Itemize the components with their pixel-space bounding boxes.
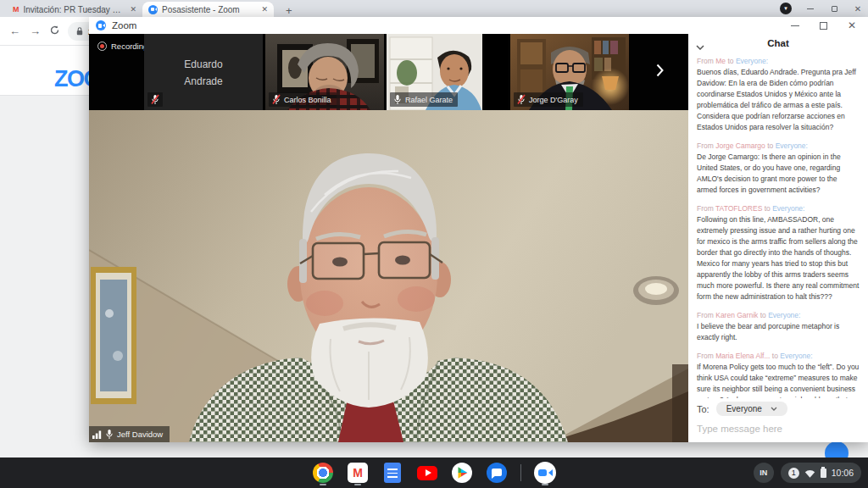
- recipient-dropdown[interactable]: Everyone: [716, 402, 787, 416]
- new-tab-button[interactable]: +: [282, 4, 296, 17]
- chat-message-text: If Morena Policy gets too much to the “l…: [697, 362, 860, 398]
- input-language-button[interactable]: IN: [754, 463, 774, 483]
- mic-muted-icon: [272, 94, 281, 105]
- zoom-window-title: Zoom: [112, 20, 791, 30]
- participant-name: Eduardo Andrade: [165, 56, 242, 90]
- tab-close-icon[interactable]: ✕: [130, 5, 136, 14]
- shelf-separator: [520, 464, 521, 481]
- profile-avatar[interactable]: ▾: [780, 3, 792, 14]
- tab-zoom-active[interactable]: Posasistente - Zoom ✕: [142, 2, 274, 17]
- zoom-app-icon: [96, 20, 106, 30]
- chat-messages: From Me to Everyone: Buenos días, Eduard…: [688, 53, 868, 398]
- tab-close-icon[interactable]: ✕: [261, 5, 268, 14]
- signal-icon: [92, 430, 102, 439]
- browser-minimize-button[interactable]: [805, 3, 815, 14]
- wifi-icon: [804, 469, 815, 478]
- to-label: To:: [697, 404, 709, 414]
- status-tray[interactable]: 1 10:06: [781, 463, 861, 483]
- participant-name: Rafael Garate: [405, 96, 453, 104]
- browser-restore-button[interactable]: [829, 3, 839, 14]
- chevron-down-icon: [771, 407, 777, 411]
- youtube-app-icon[interactable]: [416, 460, 438, 485]
- chat-message-text: Following on this line, AMBASSADOR, one …: [697, 214, 860, 302]
- recording-indicator: Recording: [97, 42, 147, 51]
- speaker-name-label: Jeff Davidow: [89, 426, 170, 442]
- chat-message: From Jorge Camargo to Everyone: De Jorge…: [697, 141, 860, 196]
- tab-title: Invitación: PR Tuesday PRO RP n: [24, 5, 126, 14]
- chat-message-text: De Jorge Camargo: Is there an opinion in…: [697, 152, 860, 196]
- play-store-app-icon[interactable]: [451, 460, 473, 485]
- docs-app-icon[interactable]: [381, 460, 403, 485]
- main-speaker-video: Jeff Davidow: [89, 110, 688, 442]
- notification-count-badge: 1: [788, 468, 799, 479]
- forward-icon[interactable]: →: [30, 25, 41, 37]
- participant-name: Carlos Bonilla: [284, 96, 331, 104]
- browser-tab-strip: M Invitación: PR Tuesday PRO RP n ✕ Posa…: [0, 0, 868, 17]
- chat-message-text: I believe the bear and porcupine metapho…: [697, 321, 860, 343]
- mic-icon: [105, 429, 114, 440]
- tab-title: Posasistente - Zoom: [162, 5, 257, 14]
- jeff-video-frame: [89, 110, 688, 442]
- chat-message-text: Buenos días, Eduardo Andrade. Pregunta p…: [697, 67, 860, 133]
- zoom-titlebar[interactable]: Zoom ✕: [89, 17, 868, 34]
- next-participants-chevron[interactable]: [654, 62, 665, 79]
- gmail-favicon: M: [13, 5, 19, 14]
- participant-tile-rafael[interactable]: Rafael Garate: [387, 34, 482, 110]
- chat-message: From Karen Garnik to Everyone: I believe…: [697, 310, 860, 343]
- zoom-maximize-button[interactable]: [820, 22, 827, 30]
- participant-tile-eduardo[interactable]: Eduardo Andrade: [144, 34, 263, 110]
- chat-collapse-chevron-icon[interactable]: [696, 38, 704, 53]
- chat-input[interactable]: Type message here: [697, 424, 860, 434]
- recipient-value: Everyone: [726, 404, 762, 413]
- screen: M Invitación: PR Tuesday PRO RP n ✕ Posa…: [0, 0, 868, 488]
- reload-icon[interactable]: [50, 25, 59, 37]
- mic-muted-icon: [517, 94, 526, 105]
- chat-title: Chat: [688, 34, 868, 48]
- zoom-app-shelf-icon[interactable]: [534, 460, 556, 485]
- participant-tile-carlos[interactable]: Carlos Bonilla: [265, 34, 384, 110]
- chat-footer: To: Everyone Type message here: [688, 398, 868, 442]
- gmail-app-icon[interactable]: M: [347, 460, 369, 485]
- recording-label: Recording: [111, 42, 147, 51]
- chat-header: Chat: [688, 34, 868, 53]
- zoom-window: Zoom ✕ Recording Eduardo: [89, 17, 868, 442]
- participant-strip: Recording Eduardo Andrade: [89, 34, 688, 110]
- shelf: M IN 1 10:06: [0, 458, 868, 488]
- zoom-favicon: [148, 5, 158, 14]
- mic-muted-icon: [151, 94, 159, 105]
- participant-tile-jorge[interactable]: Jorge D'Garay: [510, 34, 629, 110]
- back-icon[interactable]: ←: [9, 25, 20, 37]
- chrome-app-icon[interactable]: [312, 460, 334, 485]
- wall-picture-frame: [91, 267, 136, 404]
- speaker-name: Jeff Davidow: [117, 430, 163, 439]
- chat-message: From Me to Everyone: Buenos días, Eduard…: [697, 56, 860, 133]
- participant-name: Jorge D'Garay: [529, 96, 578, 104]
- browser-close-button[interactable]: ✕: [853, 3, 863, 14]
- chat-message: From Maria Elena Alf... to Everyone: If …: [697, 351, 860, 398]
- clock: 10:06: [832, 468, 854, 478]
- zoom-close-button[interactable]: ✕: [848, 20, 856, 30]
- recording-dot-icon: [97, 42, 107, 51]
- messages-app-icon[interactable]: [486, 460, 508, 485]
- chat-panel: Chat From Me to Everyone: Buenos días, E…: [688, 34, 868, 442]
- mic-icon: [393, 94, 402, 105]
- zoom-site-logo: ZOOM: [54, 66, 89, 92]
- empty-video-tile: [485, 34, 508, 110]
- battery-icon: [821, 469, 826, 478]
- zoom-minimize-button[interactable]: [791, 25, 799, 26]
- chat-message: From TATOFLORES to Everyone: Following o…: [697, 203, 860, 302]
- lock-icon: [76, 27, 83, 36]
- video-area: Recording Eduardo Andrade: [89, 34, 688, 442]
- tab-gmail[interactable]: M Invitación: PR Tuesday PRO RP n ✕: [7, 2, 142, 17]
